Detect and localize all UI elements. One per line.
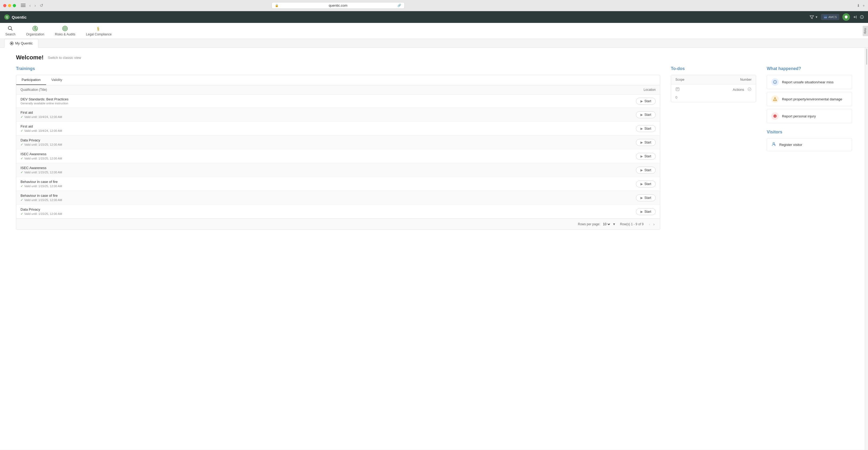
- close-button[interactable]: [3, 4, 6, 7]
- sidebar-item-organization[interactable]: Organization: [25, 24, 45, 38]
- info-button[interactable]: i: [860, 15, 864, 19]
- todos-header: Scope Number: [671, 75, 756, 85]
- start-button[interactable]: ▶ Start: [636, 98, 656, 105]
- start-button[interactable]: ▶ Start: [636, 167, 656, 173]
- table-row: Data Privacy ✓ Valid until: 1/15/25, 12:…: [16, 135, 660, 149]
- traffic-lights: [3, 4, 16, 7]
- report-property-card[interactable]: ! Report property/environmental damage: [767, 92, 852, 106]
- new-tab-button[interactable]: +: [863, 3, 865, 8]
- start-button[interactable]: ▶ Start: [636, 125, 656, 132]
- browser-chrome: ‹ › ↺ 🔒 quentic.com 🔗 ⬇ +: [0, 0, 868, 11]
- nav-arrows: ‹ › ↺: [28, 2, 44, 8]
- visitors-title: Visitors: [767, 130, 852, 134]
- trainings-tab-nav: Participation Validity: [16, 75, 660, 85]
- report-unsafe-card[interactable]: i Report unsafe situation/near miss: [767, 75, 852, 89]
- start-button[interactable]: ▶ Start: [636, 139, 656, 146]
- rows-per-page-label: Rows per page:: [578, 222, 600, 226]
- download-button[interactable]: ⬇: [857, 3, 860, 8]
- row-subtitle: Generally available online instruction: [21, 102, 636, 105]
- tab-participation[interactable]: Participation: [16, 75, 46, 85]
- tab-my-quentic[interactable]: My Quentic: [4, 39, 38, 48]
- help-tab[interactable]: Help: [863, 26, 868, 36]
- start-button[interactable]: ▶ Start: [636, 194, 656, 201]
- sidebar-toggle[interactable]: [21, 4, 26, 7]
- start-label: Start: [645, 210, 651, 214]
- tab-validity[interactable]: Validity: [46, 75, 68, 85]
- play-icon: ▶: [641, 196, 643, 200]
- trainings-panel: Participation Validity Qualification (Ti…: [16, 75, 660, 230]
- start-button[interactable]: ▶ Start: [636, 181, 656, 188]
- maximize-button[interactable]: [13, 4, 16, 7]
- row-title: Data Privacy: [21, 207, 636, 212]
- row-info: First aid ✓ Valid until: 10/4/24, 12:00 …: [21, 110, 636, 119]
- sidebar-item-risks[interactable]: Risks & Audits: [54, 24, 76, 38]
- start-button[interactable]: ▶ Start: [636, 153, 656, 160]
- start-label: Start: [645, 182, 651, 186]
- injury-icon: !: [771, 112, 779, 120]
- valid-icon: ✓: [21, 198, 23, 202]
- minimize-button[interactable]: [8, 4, 11, 7]
- tab-bar: My Quentic: [0, 39, 868, 48]
- what-happened-title: What happened?: [767, 66, 852, 71]
- row-subtitle-text: Valid until: 10/4/24, 12:00 AM: [24, 115, 62, 119]
- visitor-icon: [771, 142, 776, 148]
- valid-icon: ✓: [21, 157, 23, 160]
- row-title: Behaviour in case of fire: [21, 180, 636, 184]
- shield-button[interactable]: [842, 13, 850, 21]
- exit-icon: [853, 15, 857, 19]
- col-scope: Scope: [675, 78, 740, 82]
- row-title: ISEC Awareness: [21, 152, 636, 156]
- address-bar[interactable]: 🔒 quentic.com 🔗: [272, 2, 405, 9]
- amcs-badge[interactable]: AM AMCS: [821, 14, 839, 20]
- row-subtitle-text: Valid until: 1/15/25, 12:00 AM: [24, 198, 62, 201]
- what-happened-section: What happened? i Report unsafe situation…: [767, 66, 852, 123]
- start-label: Start: [645, 140, 651, 144]
- rows-per-page: Rows per page: 10 25 50 ▼: [578, 222, 616, 226]
- sidebar-item-legal[interactable]: § Legal Compliance: [85, 24, 113, 38]
- back-button[interactable]: ‹: [28, 2, 32, 8]
- url-text: quentic.com: [281, 3, 395, 7]
- sidebar-item-search[interactable]: Search: [4, 24, 17, 38]
- actions-icon: [675, 87, 730, 92]
- table-row: DEV Standards: Best Practices Generally …: [16, 95, 660, 108]
- link-icon: 🔗: [398, 4, 401, 7]
- start-label: Start: [645, 113, 651, 117]
- play-icon: ▶: [641, 155, 643, 158]
- svg-text:!: !: [775, 115, 776, 118]
- amcs-label: AMCS: [828, 15, 837, 19]
- nav-wrapper: Search Organization Risks & Audits § Leg…: [0, 23, 868, 39]
- legal-icon: §: [96, 26, 102, 31]
- app-name: Quentic: [12, 15, 27, 20]
- logo-icon: Q: [4, 14, 9, 20]
- row-title: Behaviour in case of fire: [21, 194, 636, 198]
- register-visitor-card[interactable]: Register visitor: [767, 138, 852, 151]
- table-row: Data Privacy ✓ Valid until: 1/15/25, 12:…: [16, 205, 660, 219]
- start-label: Start: [645, 168, 651, 172]
- next-page-button[interactable]: ›: [652, 222, 656, 227]
- actions-count: 0: [675, 95, 730, 99]
- todos-row: Actions 0: [671, 85, 756, 102]
- prev-page-button[interactable]: ‹: [648, 222, 651, 227]
- app-logo: Q Quentic: [4, 14, 27, 20]
- row-subtitle-text: Generally available online instruction: [21, 102, 68, 105]
- forward-button[interactable]: ›: [33, 2, 37, 8]
- exit-button[interactable]: [853, 15, 857, 19]
- row-title: DEV Standards: Best Practices: [21, 97, 636, 101]
- play-icon: ▶: [641, 168, 643, 172]
- page-info: Row(s) 1 - 9 of 9: [620, 222, 644, 226]
- report-injury-card[interactable]: ! Report personal injury: [767, 109, 852, 123]
- property-icon: !: [771, 95, 779, 103]
- svg-point-12: [11, 42, 12, 44]
- refresh-button[interactable]: ↺: [39, 2, 44, 8]
- trainings-footer: Rows per page: 10 25 50 ▼ Row(s) 1 - 9 o…: [16, 219, 660, 229]
- start-button[interactable]: ▶ Start: [636, 111, 656, 118]
- rows-per-page-select[interactable]: 10 25 50: [602, 222, 611, 226]
- scrollbar[interactable]: [865, 48, 868, 450]
- classic-view-link[interactable]: Switch to classic view: [48, 56, 81, 60]
- valid-icon: ✓: [21, 129, 23, 133]
- welcome-header: Welcome! Switch to classic view: [16, 54, 852, 61]
- start-button[interactable]: ▶ Start: [636, 208, 656, 215]
- play-icon: ▶: [641, 113, 643, 117]
- row-subtitle: ✓ Valid until: 1/15/25, 12:00 AM: [21, 157, 636, 160]
- funnel-button[interactable]: ▼: [810, 15, 818, 19]
